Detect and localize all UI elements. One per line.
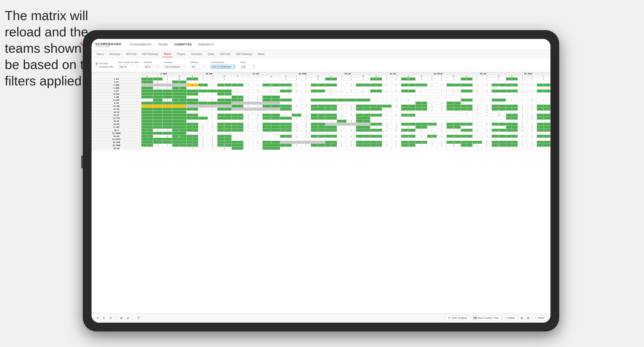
- matrix-cell: [232, 78, 244, 81]
- subnav-summary[interactable]: Summary: [108, 51, 121, 57]
- subnav-matrix[interactable]: Matrix: [163, 51, 172, 57]
- matrix-cell: [208, 102, 217, 105]
- matrix-cell: [416, 111, 427, 114]
- matrix-cell: 0: [163, 78, 172, 81]
- view-original-button[interactable]: 👁 View: Original: [446, 315, 469, 321]
- matrix-cell: 0: [337, 129, 346, 132]
- nav-committee[interactable]: COMMITTEE: [174, 42, 192, 47]
- gender-select[interactable]: Men's Women's: [144, 65, 159, 69]
- matrix-cell: 0: [427, 126, 437, 129]
- matrix-cell: [401, 108, 416, 111]
- matrix-cell: 3: [244, 105, 253, 108]
- matrix-cell: [253, 135, 263, 138]
- matrix-cell: 1: [370, 144, 382, 147]
- matrix-cell: 18: [446, 144, 461, 147]
- matrix-cell: [232, 135, 244, 138]
- region-select[interactable]: N/A (All): [191, 65, 206, 69]
- settings-icon[interactable]: ⚙: [519, 316, 524, 320]
- nav-rankings[interactable]: RANKINGS: [198, 42, 213, 47]
- matrix-cell: [253, 81, 263, 84]
- toolbar-right-group: 👁 View: Original 💾 Save Custom View ⊙ Wa…: [446, 315, 547, 321]
- subnav-h2h-heatmap[interactable]: H2H Heatmap: [141, 51, 159, 57]
- matrix-cell: 40: [537, 90, 550, 93]
- compact-view-option[interactable]: Compact View: [95, 66, 113, 68]
- matrix-cell: 2: [382, 114, 392, 117]
- toolbar-divider-1: [116, 316, 116, 321]
- matrix-cell: 0: [253, 90, 263, 93]
- subnav-h2h-heatmap2[interactable]: H2H Heatmap: [235, 51, 253, 57]
- col-header-ucla: 31. UCLA: [416, 72, 461, 75]
- matrix-cell: 0: [186, 135, 198, 138]
- matrix-cell: 0: [472, 129, 482, 132]
- matrix-cell: [337, 138, 346, 141]
- matrix-cell: [253, 87, 263, 90]
- matrix-cell: 50: [401, 78, 416, 81]
- team-select[interactable]: (All): [240, 65, 255, 69]
- matrix-cell: [141, 114, 153, 117]
- matrix-cell: [506, 96, 518, 99]
- matrix-cell: 1: [416, 90, 427, 93]
- matrix-cell: [347, 99, 356, 102]
- nav-tournaments[interactable]: TOURNAMENTS: [129, 42, 151, 47]
- matrix-container[interactable]: 3. ASU 10. UW 11. UA 22. UCB 24. UO 27. …: [92, 72, 550, 314]
- matrix-cell: 0: [208, 78, 217, 81]
- matrix-cell: [163, 93, 172, 96]
- subnav-detail[interactable]: Detail: [207, 51, 215, 57]
- row-label: 3. ASU: [92, 84, 141, 87]
- matrix-cell: 1: [337, 84, 346, 87]
- matrix-cell: [311, 108, 325, 111]
- matrix-cell: 0: [370, 129, 382, 132]
- max-teams-select[interactable]: Top 25 Top 10 Top 50: [118, 65, 133, 69]
- share-button[interactable]: ⇪ Share: [532, 315, 547, 321]
- subnav-players[interactable]: Players: [176, 51, 186, 57]
- matrix-cell: [301, 147, 311, 150]
- subnav-h2h-grid[interactable]: H2H Grid: [125, 51, 137, 57]
- matrix-cell: [325, 93, 337, 96]
- full-view-radio[interactable]: [95, 62, 98, 65]
- undo-icon[interactable]: ↺: [95, 316, 100, 320]
- grid-icon[interactable]: ⊞: [526, 316, 530, 320]
- zoom-in-icon[interactable]: ⊕: [119, 316, 124, 320]
- matrix-cell: 13: [401, 129, 416, 132]
- matrix-cell: 0: [472, 114, 482, 117]
- compact-view-radio[interactable]: [95, 66, 98, 68]
- matrix-cell: [280, 147, 292, 150]
- row-label: 13. UT: [92, 114, 141, 117]
- matrix-cell: 77: [401, 105, 416, 108]
- matrix-cell: [392, 102, 401, 105]
- subnav-teams[interactable]: Teams: [95, 51, 105, 57]
- redo-icon[interactable]: ↻: [102, 316, 106, 320]
- refresh-icon[interactable]: ⟳: [108, 316, 113, 320]
- zoom-out-icon[interactable]: ⊖: [126, 316, 130, 320]
- matrix-cell: 0: [292, 144, 301, 147]
- matrix-cell: [392, 87, 401, 90]
- matrix-cell: [153, 108, 163, 111]
- matrix-cell: [325, 117, 337, 120]
- subnav-matrix2[interactable]: Matrix: [257, 51, 266, 57]
- nav-teams[interactable]: TEAMS: [158, 42, 168, 47]
- full-view-option[interactable]: Full View: [95, 62, 113, 65]
- matrix-cell: 2: [186, 123, 198, 126]
- row-label: 7. UM: [92, 96, 141, 99]
- clock-icon[interactable]: ⏱: [136, 316, 141, 320]
- matrix-cell: [382, 120, 392, 123]
- matrix-cell: [263, 102, 280, 105]
- matrix-cell: [253, 111, 263, 114]
- division-select[interactable]: NCAA Division I NCAA Division II: [164, 65, 186, 69]
- matrix-cell: 1: [382, 141, 392, 144]
- subh-w7: W: [416, 75, 427, 78]
- conference-select[interactable]: Pac-12 Conference (All): [211, 65, 235, 69]
- subh-d8: Dif: [492, 75, 506, 78]
- matrix-cell: [186, 81, 198, 84]
- matrix-cell: 0: [382, 78, 392, 81]
- subnav-h2h-grid2[interactable]: H2H Grid: [219, 51, 231, 57]
- subnav-summary2[interactable]: Summary: [190, 51, 203, 57]
- matrix-cell: [208, 117, 217, 120]
- matrix-cell: 3: [427, 141, 437, 144]
- save-custom-button[interactable]: 💾 Save Custom View: [471, 315, 501, 321]
- matrix-cell: 0: [186, 78, 198, 81]
- matrix-cell: [416, 117, 427, 120]
- matrix-cell: 0: [527, 135, 537, 138]
- matrix-cell: [356, 117, 370, 120]
- watch-button[interactable]: ⊙ Watch: [503, 315, 517, 321]
